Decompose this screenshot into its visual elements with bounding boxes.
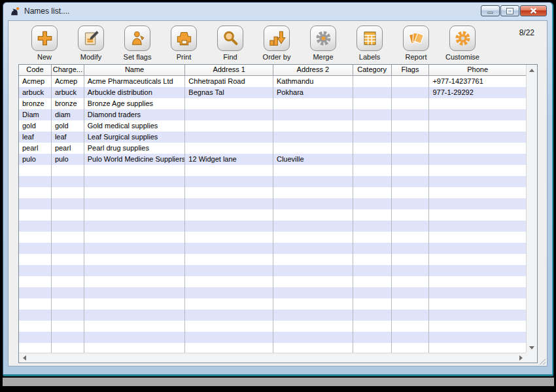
table-cell [84,321,186,332]
table-row-empty[interactable] [19,310,526,321]
merge-button[interactable]: Merge [301,26,345,61]
column-header-flags[interactable]: Flags [392,65,430,75]
table-row-empty[interactable] [19,298,526,310]
column-header-address-1[interactable]: Address 1 [185,65,273,75]
table-cell [429,254,526,265]
maximize-button[interactable] [500,5,519,16]
modify-button[interactable]: Modify [69,26,113,61]
table-row-empty[interactable] [19,176,526,187]
table-cell: Arbuckle distribution [84,87,186,98]
table-row-empty[interactable] [19,276,526,287]
table-row[interactable]: DiamdiamDiamond traders [19,109,526,120]
close-button[interactable] [520,5,547,16]
scroll-up-button[interactable] [527,65,537,75]
column-header-address-2[interactable]: Address 2 [273,65,353,75]
column-header-charge[interactable]: Charge... [52,65,84,75]
table-cell [84,243,186,254]
column-header-code[interactable]: Code [19,65,52,75]
table-cell [52,276,84,287]
table-cell: Acmep [19,76,52,87]
table-row[interactable]: AcmepAcmepAcme Pharmaceuticals LtdChhetr… [19,76,526,87]
table-row[interactable]: goldgoldGold medical supplies [19,120,526,132]
table-row-empty[interactable] [19,332,526,343]
table-row-empty[interactable] [19,187,526,198]
modify-label: Modify [80,53,101,61]
table-cell [392,209,430,221]
table-cell [429,187,526,198]
table-row[interactable]: pearlpearlPearl drug supplies [19,143,526,154]
table-cell [185,298,273,310]
table-row-empty[interactable] [19,243,526,254]
table-row-empty[interactable] [19,232,526,243]
table-cell [392,276,430,287]
table-cell [84,187,186,198]
table-cell [185,132,273,143]
column-header-phone[interactable]: Phone [429,65,526,75]
set-flags-button[interactable]: Set flags [115,26,160,61]
table-cell [19,254,52,265]
table-cell [392,287,430,298]
titlebar[interactable]: Names list.... [3,3,552,20]
table-cell [52,332,84,343]
table-row-empty[interactable] [19,321,526,332]
table-cell: +977-14237761 [429,76,526,87]
table-row[interactable]: pulopuloPulo World Medicine Suppliers12 … [19,154,526,165]
table-cell [52,265,84,276]
table-cell: Diam [19,109,52,120]
table-cell [52,198,84,209]
person-flag-icon [129,29,147,47]
table-cell [392,321,430,332]
scroll-left-button[interactable] [19,353,29,362]
table-cell [84,176,186,187]
table-cell: leaf [19,132,52,143]
table-row-empty[interactable] [19,265,526,276]
magnifier-icon [222,29,239,47]
table-row-empty[interactable] [19,254,526,265]
table-cell [392,298,430,310]
column-header-category[interactable]: Category [353,65,392,75]
print-button[interactable]: Print [162,26,206,61]
minimize-button[interactable] [481,5,500,16]
new-button[interactable]: New [22,26,67,61]
scroll-right-button[interactable] [515,353,526,362]
customise-button[interactable]: Customise [440,26,485,61]
table-cell [273,265,353,276]
table-cell [185,276,273,287]
table-row[interactable]: arbuckarbuckArbuckle distributionBegnas … [19,87,526,98]
table-cell: pulo [19,154,52,165]
table-cell [52,298,84,310]
toolbar: New Modify Set flags [9,21,547,61]
table-cell [273,287,353,298]
table-cell: arbuck [52,87,84,98]
arrow-right-icon [519,355,523,361]
table-row[interactable]: bronzebronzeBronze Age supplies [19,98,526,109]
table-cell [84,332,186,343]
table-row-empty[interactable] [19,165,526,176]
table-cell [52,165,84,176]
table-cell [52,243,84,254]
table-cell [353,76,392,87]
table-cell [19,276,52,287]
table-cell [353,187,392,198]
labels-button[interactable]: Labels [347,26,392,61]
table-cell: 12 Widget lane [185,154,273,165]
table-row-empty[interactable] [19,221,526,232]
table-cell: diam [52,109,84,120]
resize-grip[interactable] [539,358,546,365]
table-cell [84,254,186,265]
report-button[interactable]: Report [394,26,438,61]
column-header-name[interactable]: Name [84,65,186,75]
table-row-empty[interactable] [19,287,526,298]
vertical-scrollbar[interactable] [526,65,537,353]
horizontal-scrollbar[interactable] [19,353,526,363]
table-cell [185,187,273,198]
order-by-button[interactable]: Order by [254,26,299,61]
table-row[interactable]: leafleafLeaf Surgical supplies [19,132,526,143]
scroll-down-button[interactable] [527,342,537,353]
table-cell: arbuck [19,87,52,98]
table-row-empty[interactable] [19,209,526,221]
table-row-empty[interactable] [19,198,526,209]
table-cell [429,120,526,132]
table-cell [353,209,392,221]
find-button[interactable]: Find [208,26,252,61]
